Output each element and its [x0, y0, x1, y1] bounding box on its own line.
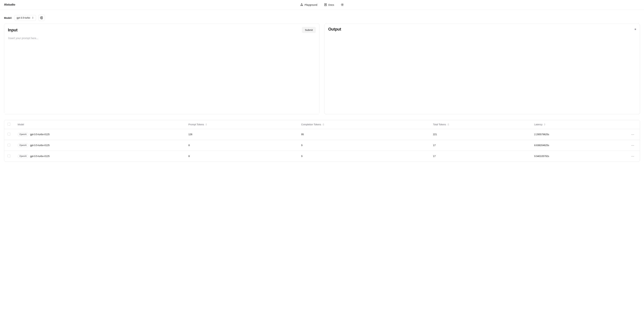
prompt-textarea[interactable] — [4, 34, 320, 114]
cell-completion-tokens: 9 — [298, 151, 430, 162]
brand-logo[interactable]: AIstudio — [4, 3, 15, 6]
svg-rect-1 — [302, 5, 303, 6]
output-panel-header: Output — [324, 24, 640, 33]
cell-completion-tokens: 95 — [298, 129, 430, 140]
row-more-icon[interactable]: ⋯ — [631, 154, 635, 158]
select-all-checkbox[interactable] — [8, 123, 10, 126]
cell-total-tokens: 221 — [430, 129, 531, 140]
svg-point-3 — [325, 4, 326, 5]
th-completion-tokens[interactable]: Completion Tokens — [298, 120, 430, 129]
sort-icon — [448, 123, 449, 126]
provider-badge: OpenAI — [18, 143, 28, 147]
svg-point-5 — [41, 17, 42, 18]
th-total-tokens[interactable]: Total Tokens — [430, 120, 531, 129]
model-label: Model: — [4, 16, 12, 19]
playground-icon — [300, 3, 303, 6]
status-dot-icon — [634, 28, 636, 30]
cell-latency: 8.638204625s — [531, 140, 626, 151]
input-panel: Input Submit — [4, 24, 320, 114]
th-model[interactable]: Model — [14, 120, 185, 129]
row-checkbox[interactable] — [8, 144, 10, 146]
cell-total-tokens: 17 — [430, 151, 531, 162]
th-latency-label: Latency — [534, 123, 542, 126]
sort-icon — [544, 123, 546, 126]
svg-point-0 — [301, 5, 302, 6]
input-panel-title: Input — [8, 28, 18, 32]
th-total-tokens-label: Total Tokens — [433, 123, 446, 126]
chevrons-updown-icon — [32, 16, 34, 19]
output-body — [324, 33, 640, 114]
sort-icon — [322, 123, 324, 126]
model-name: gpt-3.5-turbo-0125 — [30, 155, 50, 158]
svg-rect-2 — [324, 3, 326, 6]
model-row: Model: gpt-3.5-turbo — [0, 9, 644, 24]
row-more-icon[interactable]: ⋯ — [631, 132, 635, 136]
cell-latency: 2.295579625s — [531, 129, 626, 140]
svg-point-4 — [342, 4, 343, 5]
output-panel: Output — [324, 24, 640, 114]
top-nav: Playground Docs — [300, 3, 344, 6]
docs-icon — [324, 3, 327, 6]
th-completion-tokens-label: Completion Tokens — [301, 123, 321, 126]
panels: Input Submit Output — [0, 24, 644, 114]
history-table: Model Prompt Tokens Completion Tokens — [4, 120, 640, 162]
nav-playground-label: Playground — [304, 3, 317, 6]
provider-badge: OpenAI — [18, 154, 28, 158]
model-name: gpt-3.5-turbo-0125 — [30, 133, 50, 136]
input-panel-header: Input Submit — [4, 24, 320, 34]
table-row: OpenAIgpt-3.5-turbo-012589179.940105792s… — [4, 151, 640, 162]
th-model-label: Model — [18, 123, 24, 126]
sort-icon — [205, 123, 207, 126]
row-more-icon[interactable]: ⋯ — [631, 143, 635, 147]
model-select-value: gpt-3.5-turbo — [16, 16, 30, 19]
theme-toggle-sun-icon[interactable] — [341, 3, 344, 6]
settings-button[interactable] — [38, 14, 45, 21]
header: AIstudio Playground Docs — [0, 0, 644, 9]
table-row: OpenAIgpt-3.5-turbo-0125126952212.295579… — [4, 129, 640, 140]
gear-icon — [40, 16, 43, 19]
model-select[interactable]: gpt-3.5-turbo — [14, 15, 36, 21]
th-prompt-tokens-label: Prompt Tokens — [188, 123, 204, 126]
nav-docs-label: Docs — [328, 3, 334, 6]
cell-latency: 9.940105792s — [531, 151, 626, 162]
provider-badge: OpenAI — [18, 132, 28, 136]
history-table-wrapper: Model Prompt Tokens Completion Tokens — [4, 120, 640, 162]
th-actions — [626, 120, 640, 129]
submit-button[interactable]: Submit — [302, 27, 316, 33]
cell-prompt-tokens: 8 — [185, 151, 298, 162]
model-name: gpt-3.5-turbo-0125 — [30, 144, 50, 147]
row-checkbox[interactable] — [8, 133, 10, 136]
cell-total-tokens: 17 — [430, 140, 531, 151]
th-latency[interactable]: Latency — [531, 120, 626, 129]
cell-completion-tokens: 9 — [298, 140, 430, 151]
cell-prompt-tokens: 126 — [185, 129, 298, 140]
output-panel-title: Output — [328, 27, 341, 31]
table-row: OpenAIgpt-3.5-turbo-012589178.638204625s… — [4, 140, 640, 151]
nav-docs[interactable]: Docs — [324, 3, 334, 6]
row-checkbox[interactable] — [8, 154, 10, 157]
nav-playground[interactable]: Playground — [300, 3, 317, 6]
th-prompt-tokens[interactable]: Prompt Tokens — [185, 120, 298, 129]
cell-prompt-tokens: 8 — [185, 140, 298, 151]
th-checkbox — [4, 120, 14, 129]
